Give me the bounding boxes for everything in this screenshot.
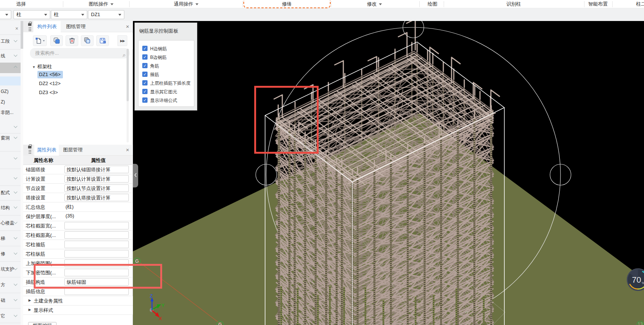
svg-text:%: % [642, 281, 644, 285]
svg-text:13: 13 [638, 322, 643, 325]
svg-text:Y: Y [161, 303, 165, 308]
svg-text:G: G [135, 259, 139, 264]
svg-text:X: X [159, 316, 162, 321]
svg-text:70: 70 [632, 275, 641, 285]
svg-text:Z: Z [150, 293, 153, 299]
svg-text:G: G [218, 322, 222, 325]
